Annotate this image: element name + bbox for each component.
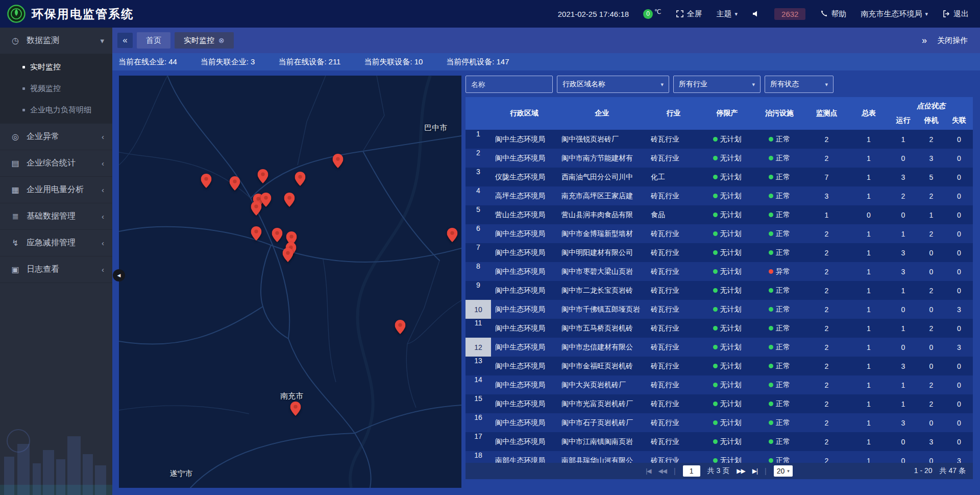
cell-industry: 化工 [647, 173, 700, 182]
cell-no: 1 [465, 130, 491, 149]
table-row[interactable]: 5营山生态环境局营山县润丰肉食品有限食品无计划正常10010 [465, 205, 973, 224]
status-dot-green [769, 402, 773, 406]
sidebar: ◷数据监测▾实时监控视频监控企业电力负荷明细◎企业异常‹▤企业综合统计‹▦企业用… [0, 28, 112, 495]
sidebar-item-企业综合统计[interactable]: ▤企业综合统计‹ [0, 150, 112, 177]
cell-company: 阆中强锐页岩砖厂 [557, 135, 647, 144]
map-pin[interactable] [229, 176, 240, 193]
sidebar-subitem-视频监控[interactable]: 视频监控 [0, 78, 112, 99]
sidebar-item-企业异常[interactable]: ◎企业异常‹ [0, 124, 112, 150]
map-pin[interactable] [332, 154, 343, 170]
next-page-button[interactable]: ▶▶ [737, 467, 745, 475]
region-filter-select[interactable]: 行政区域名称 ▾ [557, 76, 669, 93]
table-body: 1阆中生态环境局阆中强锐页岩砖厂砖瓦行业无计划正常211202阆中生态环境局阆中… [465, 130, 973, 463]
sidebar-subitem-实时监控[interactable]: 实时监控 [0, 56, 112, 78]
cell-meters: 1 [848, 173, 889, 181]
bullet-icon [22, 109, 25, 111]
table-row[interactable]: 7阆中生态环境局阆中明阳建材有限公司砖瓦行业无计划正常21300 [465, 243, 973, 262]
cell-stop: 2 [917, 324, 945, 333]
cell-facility: 正常 [754, 154, 805, 163]
cell-points: 2 [805, 249, 848, 257]
cell-limit: 无计划 [700, 173, 754, 182]
table-row[interactable]: 18南部生态环境局南部县瑞华山河有限公砖瓦行业无计划正常21003 [465, 451, 973, 463]
tabs-scroll-left-button[interactable]: « [117, 33, 133, 48]
map[interactable]: ◀ 巴中市南充市遂宁市 [119, 76, 461, 488]
mute-button[interactable] [752, 10, 760, 18]
map-pin[interactable] [251, 226, 262, 243]
cell-limit: 无计划 [700, 381, 754, 390]
table-row[interactable]: 16阆中生态环境局阆中市石子页岩机砖厂砖瓦行业无计划正常21300 [465, 413, 973, 432]
table-row[interactable]: 4高坪生态环境局南充市高坪区王家店建砖瓦行业无计划正常31220 [465, 186, 973, 205]
sidebar-item-应急减排管理[interactable]: ↯应急减排管理‹ [0, 230, 112, 256]
cell-meters: 1 [848, 305, 889, 314]
cell-facility: 正常 [754, 399, 805, 409]
tab-home[interactable]: 首页 [137, 32, 170, 49]
table-row[interactable]: 3仪陇生态环境局西南油气田分公司川中化工无计划正常71350 [465, 168, 973, 186]
table-row[interactable]: 6阆中生态环境局阆中市金博瑞新型墙材砖瓦行业无计划正常21120 [465, 224, 973, 243]
map-pin[interactable] [257, 169, 268, 185]
table-row[interactable]: 11阆中生态环境局阆中市五马桥页岩机砖砖瓦行业无计划正常21120 [465, 319, 973, 338]
map-pin[interactable] [282, 248, 293, 264]
bullet-icon [22, 87, 25, 90]
cell-run: 3 [889, 419, 917, 427]
map-pin[interactable] [272, 228, 283, 244]
header-company: 企业 [557, 97, 647, 130]
map-pin[interactable] [290, 402, 301, 418]
page-size-select[interactable]: 20 ▾ [774, 465, 793, 477]
industry-filter-select[interactable]: 所有行业 ▾ [673, 76, 761, 93]
table-row[interactable]: 10阆中生态环境局阆中市千佛镇五郎垭页岩砖瓦行业无计划正常21003 [465, 300, 973, 319]
cell-company: 阆中市江南镇阆南页岩 [557, 437, 647, 446]
status-dot-green [769, 250, 773, 255]
close-operations-button[interactable]: 关闭操作 [937, 36, 968, 45]
sidebar-item-日志查看[interactable]: ▣日志查看‹ [0, 256, 112, 283]
chevron-down-icon: ▾ [735, 11, 738, 17]
table-row[interactable]: 15阆中生态环境局阆中市光富页岩机砖厂砖瓦行业无计划正常21120 [465, 394, 973, 413]
cell-region: 阆中生态环境局 [491, 229, 557, 239]
datetime-label: 2021-02-25 17:46:18 [558, 10, 629, 18]
table-header: 行政区域 企业 行业 停限产 治污设施 监测点 总表 点位状态 运行 停机 失联 [465, 97, 973, 130]
cell-no: 17 [465, 432, 491, 451]
sidebar-item-数据监测[interactable]: ◷数据监测▾ [0, 28, 112, 54]
map-pin[interactable] [295, 172, 305, 188]
map-pin[interactable] [201, 174, 212, 190]
table-row[interactable]: 12阆中生态环境局阆中市忠信建材有限公砖瓦行业无计划正常21003 [465, 338, 973, 357]
org-dropdown[interactable]: 南充市生态环境局 ▾ [861, 9, 928, 19]
status-filter-select[interactable]: 所有状态 ▾ [765, 76, 834, 93]
cell-lost: 3 [945, 305, 973, 314]
cell-lost: 0 [945, 400, 973, 408]
map-pin[interactable] [284, 193, 295, 209]
logout-button[interactable]: 退出 [942, 9, 969, 19]
cell-points: 2 [805, 457, 848, 463]
sidebar-subitem-企业电力负荷明细[interactable]: 企业电力负荷明细 [0, 99, 112, 121]
header-point-status-group: 点位状态 [889, 97, 973, 111]
cell-industry: 砖瓦行业 [647, 437, 700, 446]
map-pin[interactable] [395, 320, 405, 336]
map-pin[interactable] [251, 201, 262, 218]
table-row[interactable]: 9阆中生态环境局阆中市二龙长宝页岩砖砖瓦行业无计划正常21120 [465, 281, 973, 300]
sidebar-item-企业用电量分析[interactable]: ▦企业用电量分析‹ [0, 177, 112, 203]
table-row[interactable]: 17阆中生态环境局阆中市江南镇阆南页岩砖瓦行业无计划正常21030 [465, 432, 973, 451]
table-row[interactable]: 2阆中生态环境局阆中市南方节能建材有砖瓦行业无计划正常21030 [465, 149, 973, 168]
help-button[interactable]: 帮助 [820, 9, 846, 19]
chevron-down-icon: ▾ [100, 36, 104, 45]
status-dot-green [769, 439, 773, 444]
first-page-button[interactable]: |◀ [646, 467, 651, 475]
name-filter-input[interactable] [465, 76, 553, 93]
cell-stop: 0 [917, 457, 945, 463]
close-tab-icon[interactable]: ⊗ [218, 36, 225, 44]
sidebar-item-基础数据管理[interactable]: ≣基础数据管理‹ [0, 203, 112, 230]
tabs-scroll-right-button[interactable]: » [922, 35, 927, 46]
table-row[interactable]: 13阆中生态环境局阆中市金福旺页岩机砖砖瓦行业无计划正常21300 [465, 357, 973, 375]
tab-realtime-monitor[interactable]: 实时监控 ⊗ [175, 32, 234, 49]
map-pin[interactable] [260, 193, 271, 209]
cell-limit: 无计划 [700, 248, 754, 257]
table-row[interactable]: 8阆中生态环境局阆中市枣碧大梁山页岩砖瓦行业无计划异常21300 [465, 262, 973, 281]
alarm-count-badge[interactable]: 2632 [774, 8, 805, 20]
prev-page-button[interactable]: ◀◀ [658, 467, 667, 475]
last-page-button[interactable]: ▶| [752, 467, 757, 475]
page-number-input[interactable]: 1 [683, 465, 700, 477]
table-row[interactable]: 14阆中生态环境局阆中大兴页岩机砖厂砖瓦行业无计划正常21120 [465, 375, 973, 394]
theme-dropdown[interactable]: 主题 ▾ [717, 9, 738, 19]
map-pin[interactable] [447, 228, 457, 244]
table-row[interactable]: 1阆中生态环境局阆中强锐页岩砖厂砖瓦行业无计划正常21120 [465, 130, 973, 149]
fullscreen-button[interactable]: 全屏 [676, 9, 702, 19]
